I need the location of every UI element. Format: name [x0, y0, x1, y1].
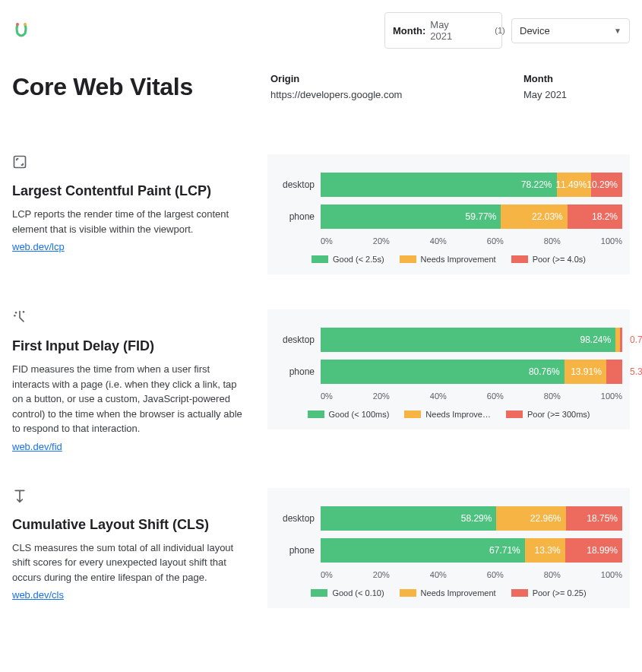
device-selector[interactable]: Device ▼: [511, 18, 630, 43]
metric-title: Largest Contentful Paint (LCP): [12, 183, 248, 199]
chart-panel-fid: desktop 98.24% 0.72% phone 80.76% 13.91%…: [267, 309, 630, 430]
month-label: Month: [523, 73, 630, 84]
month-value: May 2021: [523, 89, 630, 100]
legend-item-good: Good (< 100ms): [308, 410, 390, 419]
device-selector-label: Device: [520, 25, 550, 36]
metric-description: CLS measures the sum total of all indivi…: [12, 540, 248, 585]
bar-segment-needs-improvement: 13.91%: [565, 360, 606, 384]
bar-segment-poor: 18.2%: [568, 204, 622, 229]
bar-row: desktop 78.22% 11.49% 10.29%: [275, 173, 622, 197]
bar-segment-good: 98.24%: [321, 328, 615, 352]
bar-track: 80.76% 13.91% 5.33%: [321, 360, 622, 384]
axis-tick: 20%: [373, 391, 390, 401]
bar-segment-good: 59.77%: [321, 204, 501, 229]
bar-segment-good: 80.76%: [321, 360, 565, 384]
axis-tick: 80%: [544, 570, 561, 579]
bar-category-label: desktop: [275, 334, 321, 345]
legend-item-ni: Needs Improvement: [400, 255, 496, 264]
legend-item-poor: Poor (>= 0.25): [511, 588, 587, 598]
bar-segment-poor: 5.33%: [606, 360, 622, 384]
chart-panel-lcp: desktop 78.22% 11.49% 10.29% phone 59.77…: [267, 154, 630, 274]
legend-swatch-good: [311, 589, 327, 597]
bar-category-label: phone: [275, 366, 321, 377]
bar-track: 78.22% 11.49% 10.29%: [321, 173, 622, 197]
axis-tick: 40%: [430, 570, 447, 579]
chart-legend: Good (< 100ms) Needs Improve… Poor (>= 3…: [275, 410, 622, 419]
month-block: Month May 2021: [523, 73, 630, 100]
axis-tick: 100%: [601, 570, 622, 579]
cls-icon: [12, 488, 27, 503]
chart-axis: 0%20%40%60%80%100%: [275, 570, 622, 579]
legend-item-poor: Poor (>= 4.0s): [511, 255, 586, 264]
metric-row-lcp: Largest Contentful Paint (LCP) LCP repor…: [12, 154, 630, 274]
metric-info-cls: Cumulative Layout Shift (CLS) CLS measur…: [12, 488, 248, 602]
metric-link-lcp[interactable]: web.dev/lcp: [12, 241, 65, 252]
bar-row: phone 67.71% 13.3% 18.99%: [275, 538, 622, 563]
chart-legend: Good (< 2.5s) Needs Improvement Poor (>=…: [275, 255, 622, 264]
axis-tick: 40%: [430, 236, 447, 246]
axis-tick: 100%: [601, 391, 622, 401]
lcp-icon: [12, 154, 27, 170]
logo-icon: [12, 21, 30, 40]
metric-title: Cumulative Layout Shift (CLS): [12, 517, 248, 533]
bar-row: phone 59.77% 22.03% 18.2%: [275, 204, 622, 229]
legend-swatch-poor: [511, 589, 528, 597]
legend-swatch-ni: [404, 410, 421, 418]
bar-segment-needs-improvement: 22.03%: [501, 204, 567, 229]
month-selector[interactable]: Month: May 2021 (1) ▼: [384, 12, 502, 49]
axis-tick: 60%: [487, 570, 504, 579]
bar-track: 98.24% 0.72%: [321, 328, 622, 352]
axis-tick: 40%: [430, 391, 447, 401]
metric-row-cls: Cumulative Layout Shift (CLS) CLS measur…: [12, 488, 630, 608]
bar-category-label: desktop: [275, 179, 321, 190]
bar-track: 58.29% 22.96% 18.75%: [321, 506, 622, 531]
origin-block: Origin https://developers.google.com: [270, 73, 523, 100]
metric-row-fid: First Input Delay (FID) FID measures the…: [12, 309, 630, 453]
bar-segment-good: 78.22%: [321, 173, 557, 197]
legend-label-poor: Poor (>= 300ms): [527, 410, 590, 419]
chart-axis: 0%20%40%60%80%100%: [275, 391, 622, 401]
legend-swatch-poor: [511, 255, 528, 263]
legend-label-good: Good (< 0.10): [332, 588, 384, 598]
page-title: Core Web Vitals: [12, 73, 270, 101]
svg-point-1: [24, 23, 27, 26]
legend-label-ni: Needs Improvement: [421, 255, 496, 264]
svg-rect-2: [14, 157, 26, 168]
axis-ticks: 0%20%40%60%80%100%: [321, 570, 622, 579]
bar-row: desktop 98.24% 0.72%: [275, 328, 622, 352]
legend-item-good: Good (< 2.5s): [312, 255, 384, 264]
legend-item-ni: Needs Improve…: [404, 410, 491, 419]
chart-panel-cls: desktop 58.29% 22.96% 18.75% phone 67.71…: [267, 488, 630, 608]
bar-segment-good: 58.29%: [321, 506, 496, 531]
axis-tick: 80%: [544, 236, 561, 246]
axis-tick: 0%: [321, 391, 333, 401]
axis-tick: 100%: [601, 236, 622, 246]
legend-item-good: Good (< 0.10): [311, 588, 384, 598]
month-selector-count: (1): [495, 26, 504, 35]
month-selector-label: Month:: [393, 25, 425, 36]
legend-label-ni: Needs Improvement: [421, 588, 496, 598]
axis-ticks: 0%20%40%60%80%100%: [321, 391, 622, 401]
axis-ticks: 0%20%40%60%80%100%: [321, 236, 622, 246]
origin-label: Origin: [270, 73, 523, 84]
metric-info-fid: First Input Delay (FID) FID measures the…: [12, 309, 248, 453]
axis-tick: 60%: [487, 236, 504, 246]
bar-segment-poor: 18.75%: [566, 506, 622, 531]
bar-segment-good: 67.71%: [321, 538, 525, 563]
chevron-down-icon: ▼: [614, 27, 621, 35]
bar-segment-needs-improvement: 13.3%: [525, 538, 565, 563]
axis-tick: 60%: [487, 391, 504, 401]
axis-tick: 0%: [321, 236, 333, 246]
bar-segment-poor: 0.72%: [620, 328, 622, 352]
metric-title: First Input Delay (FID): [12, 338, 248, 354]
bar-row: phone 80.76% 13.91% 5.33%: [275, 360, 622, 384]
metric-description: FID measures the time from when a user f…: [12, 362, 248, 436]
legend-swatch-good: [312, 255, 328, 263]
metric-link-fid[interactable]: web.dev/fid: [12, 441, 62, 452]
legend-swatch-poor: [506, 410, 523, 418]
chart-legend: Good (< 0.10) Needs Improvement Poor (>=…: [275, 588, 622, 598]
bar-segment-poor: 18.99%: [565, 538, 622, 563]
metric-link-cls[interactable]: web.dev/cls: [12, 589, 64, 601]
legend-item-poor: Poor (>= 300ms): [506, 410, 590, 419]
origin-value: https://developers.google.com: [270, 89, 523, 100]
